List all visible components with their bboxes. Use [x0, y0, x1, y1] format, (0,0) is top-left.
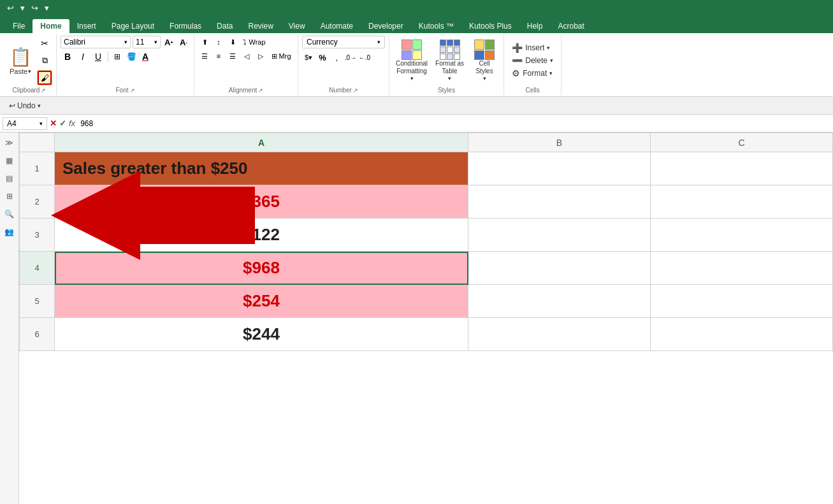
side-icon-1[interactable]: ≫: [2, 135, 17, 150]
delete-dropdown-icon[interactable]: ▾: [550, 57, 553, 64]
center-align-button[interactable]: ≡: [212, 50, 225, 62]
cell-a1[interactable]: Sales greater than $250: [55, 152, 468, 185]
font-name-selector[interactable]: Calibri ▾: [61, 36, 131, 48]
cell-c5[interactable]: [651, 285, 833, 318]
row-num-3[interactable]: 3: [20, 219, 55, 252]
wrap-text-button[interactable]: ⤵ Wrap: [240, 36, 268, 48]
undo-dropdown-icon[interactable]: ▾: [38, 103, 41, 109]
col-header-a[interactable]: A: [55, 133, 468, 152]
format-as-table-button[interactable]: Format asTable ▾: [433, 38, 467, 83]
underline-button[interactable]: U: [91, 50, 105, 64]
delete-cells-button[interactable]: ➖ Delete ▾: [510, 55, 555, 66]
more-quick-btn[interactable]: ▾: [43, 3, 51, 13]
number-format-dropdown[interactable]: Currency ▾: [302, 36, 385, 48]
row-num-2[interactable]: 2: [20, 185, 55, 219]
tab-kutools[interactable]: Kutools ™: [411, 19, 461, 33]
cell-a2[interactable]: $365: [55, 185, 468, 219]
bot-align-button[interactable]: ⬇: [226, 36, 239, 48]
paste-button[interactable]: 📋 Paste ▾: [6, 36, 34, 85]
side-icon-3[interactable]: ▤: [2, 171, 17, 186]
redo-quick-btn[interactable]: ↪: [29, 3, 40, 13]
copy-button[interactable]: ⧉: [37, 53, 52, 68]
indent-dec-button[interactable]: ◁: [240, 50, 253, 62]
cell-a3[interactable]: $122: [55, 219, 468, 252]
row-num-1[interactable]: 1: [20, 152, 55, 185]
font-dialog-btn[interactable]: ↗: [130, 87, 135, 94]
fx-icon[interactable]: fx: [69, 119, 75, 128]
alignment-dialog-btn[interactable]: ↗: [258, 87, 263, 94]
cell-c1[interactable]: [651, 152, 833, 185]
grow-font-button[interactable]: A+: [163, 36, 175, 48]
tab-formulas[interactable]: Formulas: [162, 19, 209, 33]
tab-view[interactable]: View: [281, 19, 313, 33]
font-color-button[interactable]: A: [139, 50, 152, 63]
tab-review[interactable]: Review: [240, 19, 280, 33]
paste-dropdown-icon[interactable]: ▾: [28, 68, 31, 75]
format-dropdown-icon[interactable]: ▾: [549, 70, 553, 76]
cell-b6[interactable]: [468, 318, 651, 351]
right-align-button[interactable]: ☰: [226, 50, 239, 62]
cell-b4[interactable]: [468, 252, 651, 285]
side-icon-5[interactable]: 🔍: [2, 206, 17, 222]
tab-acrobat[interactable]: Acrobat: [550, 19, 591, 33]
row-num-5[interactable]: 5: [20, 285, 55, 318]
cell-c3[interactable]: [651, 219, 833, 252]
accounting-format-btn[interactable]: $▾: [302, 51, 315, 64]
cell-c6[interactable]: [651, 318, 833, 351]
confirm-formula-icon[interactable]: ✓: [59, 119, 66, 128]
tab-automate[interactable]: Automate: [313, 19, 361, 33]
side-icon-2[interactable]: ▦: [2, 153, 17, 168]
row-num-4[interactable]: 4: [20, 252, 55, 285]
border-button[interactable]: ⊞: [111, 50, 124, 63]
comma-btn[interactable]: ,: [330, 51, 343, 64]
undo-dropdown-btn[interactable]: ▾: [18, 3, 27, 13]
shrink-font-button[interactable]: A-: [177, 36, 190, 48]
tab-insert[interactable]: Insert: [69, 19, 104, 33]
cell-b1[interactable]: [468, 152, 651, 185]
number-dialog-btn[interactable]: ↗: [353, 87, 358, 94]
undo-quick-btn[interactable]: ↩: [5, 3, 16, 13]
italic-button[interactable]: I: [76, 50, 90, 64]
cell-styles-button[interactable]: CellStyles ▾: [469, 38, 500, 83]
mid-align-button[interactable]: ↕: [212, 36, 225, 48]
tab-developer[interactable]: Developer: [361, 19, 411, 33]
insert-dropdown-icon[interactable]: ▾: [547, 45, 550, 51]
tab-help[interactable]: Help: [519, 19, 551, 33]
format-painter-button[interactable]: 🖌: [37, 70, 52, 85]
cell-c4[interactable]: [651, 252, 833, 285]
clipboard-dialog-btn[interactable]: ↗: [41, 87, 46, 94]
insert-cells-button[interactable]: ➕ Insert ▾: [510, 42, 552, 54]
top-align-button[interactable]: ⬆: [198, 36, 211, 48]
format-cells-button[interactable]: ⚙ Format ▾: [510, 68, 554, 79]
left-align-button[interactable]: ☰: [198, 50, 211, 62]
fill-color-button[interactable]: 🪣: [125, 50, 138, 63]
bold-button[interactable]: B: [61, 50, 75, 64]
cell-a5[interactable]: $254: [55, 285, 468, 318]
cell-reference-box[interactable]: A4 ▾: [3, 117, 47, 130]
undo-button[interactable]: ↩ ↩ Undo Undo ▾: [5, 100, 45, 112]
percent-btn[interactable]: %: [316, 51, 329, 64]
cut-button[interactable]: ✂: [37, 36, 52, 51]
indent-inc-button[interactable]: ▷: [254, 50, 267, 62]
conditional-formatting-button[interactable]: ConditionalFormatting ▾: [393, 38, 430, 83]
merge-button[interactable]: ⊞ Mrg: [268, 50, 294, 62]
row-num-6[interactable]: 6: [20, 318, 55, 351]
font-size-selector[interactable]: 11 ▾: [133, 36, 161, 48]
tab-data[interactable]: Data: [209, 19, 240, 33]
decrease-decimal-btn[interactable]: ←.0: [358, 51, 371, 64]
tab-kutools-plus[interactable]: Kutools Plus: [461, 19, 519, 33]
cell-a6[interactable]: $244: [55, 318, 468, 351]
side-icon-6[interactable]: 👥: [2, 224, 17, 240]
cell-c2[interactable]: [651, 185, 833, 219]
col-header-c[interactable]: C: [651, 133, 833, 152]
increase-decimal-btn[interactable]: .0→: [344, 51, 357, 64]
side-icon-4[interactable]: ⊞: [2, 189, 17, 204]
tab-file[interactable]: File: [5, 19, 33, 33]
cell-b2[interactable]: [468, 185, 651, 219]
tab-home[interactable]: Home: [33, 19, 69, 33]
cell-b5[interactable]: [468, 285, 651, 318]
cell-a4[interactable]: $968: [55, 252, 468, 285]
cell-b3[interactable]: [468, 219, 651, 252]
tab-page-layout[interactable]: Page Layout: [104, 19, 162, 33]
col-header-b[interactable]: B: [468, 133, 651, 152]
